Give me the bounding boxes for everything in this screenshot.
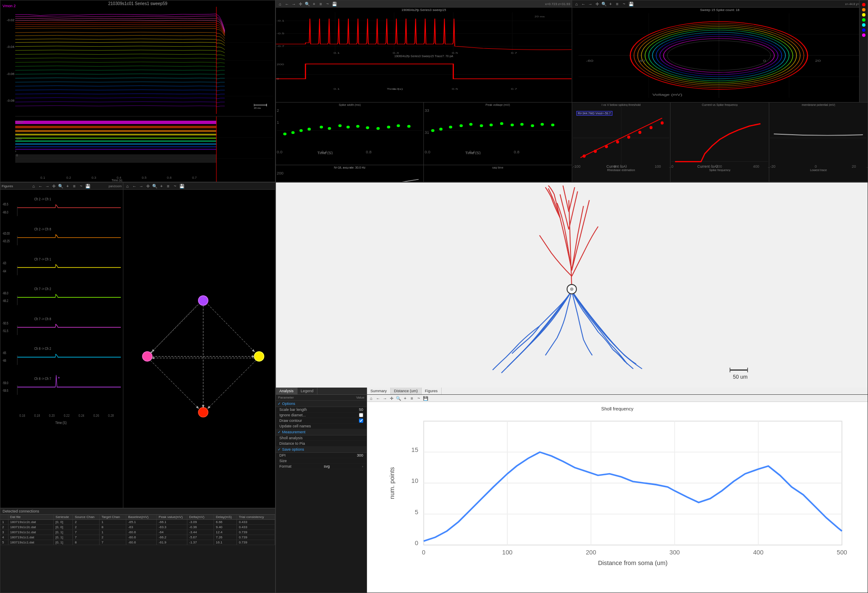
table-row[interactable]: 5 180719s1c1.dat [0, 1] 8 7 -60.6 -61.9 … (0, 540, 275, 545)
wave-icon-2[interactable]: ~ (621, 1, 627, 7)
network-svg[interactable] (123, 190, 275, 508)
sweep-dot-3[interactable] (862, 13, 865, 17)
add-icon[interactable]: + (311, 1, 317, 7)
lowest-trace-plot[interactable]: Lowest trace 0.5 1.0 1.5 Time (s) (769, 168, 868, 182)
sweep-dot-5[interactable] (862, 23, 865, 27)
tr-bottom-right: I vs V below spiking threshold Ri=344.7M… (572, 103, 868, 182)
update-cell-names-row[interactable]: Update cell names (276, 424, 367, 429)
sweep-dot-6[interactable] (862, 28, 865, 32)
table-row[interactable]: 3 180719s1c1c.dat [0, 1] 7 1 -60.6 -64 -… (0, 530, 275, 535)
wave-icon[interactable]: ~ (325, 1, 331, 7)
membrane-plot[interactable]: membrane potential (mV) -20 0 20 (769, 103, 868, 167)
tab-figures[interactable]: Figures (422, 388, 442, 394)
main-traces[interactable] (15, 7, 273, 114)
menu-icon[interactable]: ≡ (318, 1, 324, 7)
format-dropdown-icon[interactable]: › (362, 465, 363, 468)
forward-icon-4[interactable]: → (138, 183, 144, 189)
sweep-dot-1[interactable] (862, 3, 865, 6)
wave-icon-4[interactable]: ~ (172, 183, 178, 189)
tr-top-voltage-plot[interactable]: -0.1 -0.5 -0.7 0.1 0.3 0.5 0.7 20 ms (276, 12, 572, 55)
save-icon-sholl[interactable]: 💾 (423, 395, 428, 401)
sweep-dot-4[interactable] (862, 18, 865, 22)
back-icon-2[interactable]: ← (581, 1, 587, 7)
home-icon-2[interactable]: ⌂ (574, 1, 580, 7)
fi-plot[interactable]: Current vs Spike frequency 0 200 400 Cur… (670, 103, 769, 167)
home-icon[interactable]: ⌂ (277, 1, 283, 7)
back-icon[interactable]: ← (284, 1, 290, 7)
spike-freq-title: Spike frequency (671, 169, 768, 172)
svg-text:-66.0: -66.0 (3, 210, 8, 214)
traces-all-svg[interactable]: Ch 2 -> Ch 1 -65.5 -66.0 Ch 2 -> Ch 8 -6… (0, 190, 123, 507)
distance-to-pia-row[interactable]: Distance to Pia (276, 441, 367, 446)
phase-plot[interactable]: 20 0 -40 -60 Voltage (mV) (579, 13, 860, 98)
table-row[interactable]: 4 180719s1c1.dat [0, 1] 7 2 -60.6 -66.2 … (0, 535, 275, 540)
crosshair-icon[interactable]: ✛ (298, 1, 303, 7)
forward-icon-3[interactable]: → (44, 183, 50, 189)
distance-to-pia-label: Distance to Pia (279, 441, 305, 446)
forward-icon-2[interactable]: → (587, 1, 593, 7)
home-icon-4[interactable]: ⌂ (125, 183, 131, 189)
crosshair-icon-sholl[interactable]: ✛ (389, 395, 395, 401)
options-header[interactable]: ✓ Options (276, 401, 367, 407)
menu-icon-3[interactable]: ≡ (71, 183, 77, 189)
sweep-dot-7[interactable] (862, 33, 865, 37)
menu-icon-4[interactable]: ≡ (165, 183, 171, 189)
zoom-icon-2[interactable]: 🔍 (601, 1, 607, 7)
add-icon-4[interactable]: + (159, 183, 164, 189)
save-icon-3[interactable]: 💾 (85, 183, 91, 189)
zoom-icon[interactable]: 🔍 (304, 1, 310, 7)
zoom-icon-4[interactable]: 🔍 (152, 183, 158, 189)
svg-point-98 (376, 127, 380, 130)
size-row: Size (276, 458, 367, 464)
wave-icon-3[interactable]: ~ (78, 183, 84, 189)
sweep-dot-2[interactable] (862, 8, 865, 11)
current-traces[interactable]: 0.1 0.2 0.3 0.4 0.5 0.6 0.7 1000 500 0 C… (15, 116, 273, 182)
tab-analysis[interactable]: Analysis (276, 388, 298, 394)
spike-freq-plot[interactable]: Spike frequency 0 50 100 (670, 168, 769, 182)
tr-bottom-current-plot[interactable]: 200 0 0.1 0.3 0.5 0.7 Time (s) (276, 58, 572, 91)
spike-width-plot[interactable]: Spike width (ms) (276, 103, 423, 165)
home-icon-sholl[interactable]: ⌂ (368, 395, 374, 401)
back-icon-sholl[interactable]: ← (375, 395, 381, 401)
iv-plot[interactable]: I vs V below spiking threshold Ri=344.7M… (572, 103, 670, 167)
crosshair-icon-2[interactable]: ✛ (594, 1, 600, 7)
save-icon-4[interactable]: 💾 (179, 183, 185, 189)
ignore-diam-checkbox[interactable] (359, 413, 363, 417)
tab-summary[interactable]: Summary (367, 388, 391, 394)
zoom-icon-sholl[interactable]: 🔍 (395, 395, 401, 401)
sag-plot[interactable]: sag time 0.5 1.0 Time (s) (424, 165, 571, 182)
svg-point-88 (283, 133, 287, 136)
wave-icon-sholl[interactable]: ~ (416, 395, 422, 401)
morphology-svg[interactable]: 50 um (276, 183, 868, 388)
isi-plot[interactable]: N=18, avg.rate: 30.0 Hz -4 0 2 200 -50 V… (276, 165, 423, 182)
menu-icon-2[interactable]: ≡ (615, 1, 620, 7)
home-icon-3[interactable]: ⌂ (31, 183, 36, 189)
table-row[interactable]: 1 180719s1c2c.dat [0, 0] 2 1 -65.1 -66.1… (0, 520, 275, 525)
table-row[interactable]: 2 180719s1c2c.dat [0, 0] 2 8 -63 -63.3 -… (0, 525, 275, 530)
back-icon-4[interactable]: ← (131, 183, 137, 189)
add-icon-2[interactable]: + (608, 1, 614, 7)
save-icon[interactable]: 💾 (331, 1, 337, 7)
rheobase-plot[interactable]: Rheobase estimation Rheobase: 10.0 pA 0 … (572, 168, 670, 182)
crosshair-icon-3[interactable]: ✛ (51, 183, 57, 189)
save-options-header[interactable]: ✓ Save options (276, 446, 367, 453)
save-icon-2[interactable]: 💾 (628, 1, 634, 7)
tab-legend[interactable]: Legend (298, 388, 317, 394)
peak-voltage-plot[interactable]: Peak voltage (mV) (424, 103, 571, 165)
crosshair-icon-4[interactable]: ✛ (145, 183, 151, 189)
add-icon-3[interactable]: + (64, 183, 70, 189)
zoom-icon-3[interactable]: 🔍 (58, 183, 64, 189)
measurement-header[interactable]: ✓ Measurement (276, 429, 367, 435)
svg-rect-16 (15, 141, 217, 142)
menu-icon-sholl[interactable]: ≡ (409, 395, 415, 401)
forward-icon-sholl[interactable]: → (382, 395, 388, 401)
svg-point-118 (511, 124, 514, 127)
analysis-bottom: Analysis Legend Parameter Value ✓ Optio (276, 388, 868, 593)
forward-icon[interactable]: → (291, 1, 297, 7)
sholl-chart[interactable]: Sholl frequency (367, 402, 868, 593)
back-icon-3[interactable]: ← (37, 183, 43, 189)
tab-distance[interactable]: Distance (um) (391, 388, 422, 394)
sholl-analysis-row[interactable]: Sholl analysis (276, 435, 367, 441)
draw-contour-checkbox[interactable] (359, 418, 363, 423)
add-icon-sholl[interactable]: + (402, 395, 408, 401)
